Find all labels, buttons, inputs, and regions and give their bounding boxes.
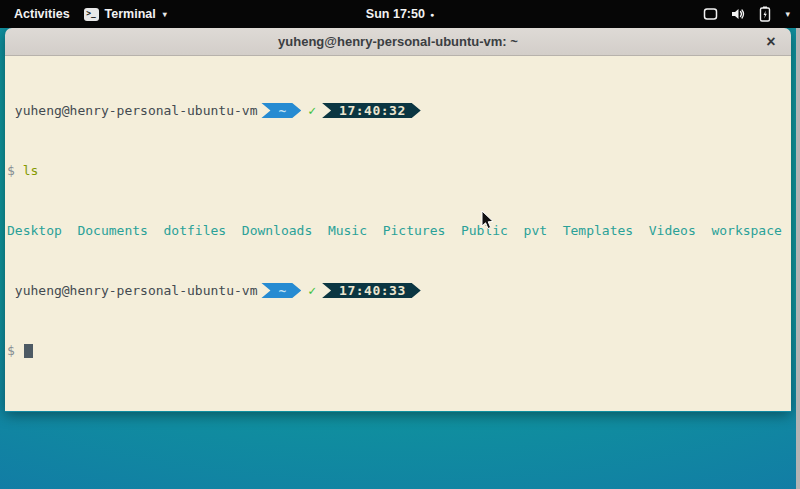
clock[interactable]: Sun 17:50 [366, 7, 425, 21]
time-segment: 17:40:33 [322, 283, 421, 298]
user-host-text: yuheng@henry-personal-ubuntu-vm [7, 283, 257, 298]
screen-icon [703, 7, 718, 21]
shell-prompt-symbol: $ [7, 343, 23, 358]
app-menu-caret-icon: ▾ [163, 10, 167, 19]
terminal-app-icon: >_ [84, 8, 99, 21]
top-bar: Activities >_ Terminal ▾ Sun 17:50 ● ▾ [0, 0, 800, 28]
command-text: ls [23, 163, 39, 178]
terminal-window: yuheng@henry-personal-ubuntu-vm: ~ × yuh… [5, 28, 791, 412]
app-menu[interactable]: >_ Terminal ▾ [84, 7, 167, 21]
check-icon: ✓ [301, 283, 322, 298]
battery-charging-icon [758, 6, 772, 22]
window-titlebar[interactable]: yuheng@henry-personal-ubuntu-vm: ~ × [5, 28, 791, 56]
user-host-text: yuheng@henry-personal-ubuntu-vm [7, 103, 257, 118]
app-menu-label: Terminal [105, 7, 156, 21]
shell-prompt-symbol: $ [7, 163, 15, 178]
terminal-screen[interactable]: yuheng@henry-personal-ubuntu-vm ~ ✓ 17:4… [5, 56, 791, 411]
command-line: $ ls [7, 163, 791, 178]
activities-button[interactable]: Activities [14, 7, 70, 21]
path-segment: ~ [261, 103, 301, 118]
system-tray[interactable]: ▾ [703, 0, 792, 28]
check-icon: ✓ [301, 103, 322, 118]
text-cursor [24, 344, 33, 358]
time-segment: 17:40:32 [322, 103, 421, 118]
prompt-line-1: yuheng@henry-personal-ubuntu-vm ~ ✓ 17:4… [7, 103, 791, 118]
notification-dot-icon: ● [430, 11, 434, 18]
cursor-line: $ [7, 343, 791, 358]
prompt-line-2: yuheng@henry-personal-ubuntu-vm ~ ✓ 17:4… [7, 283, 791, 298]
ls-output-line: Desktop Documents dotfiles Downloads Mus… [7, 223, 791, 238]
path-segment: ~ [261, 283, 301, 298]
screen-edge-strip [796, 28, 800, 489]
close-button[interactable]: × [760, 31, 782, 53]
dropdown-caret-icon: ▾ [785, 9, 790, 19]
close-icon: × [766, 33, 775, 51]
volume-icon [730, 7, 746, 21]
ls-output: Desktop Documents dotfiles Downloads Mus… [7, 223, 782, 238]
window-title: yuheng@henry-personal-ubuntu-vm: ~ [278, 34, 518, 49]
